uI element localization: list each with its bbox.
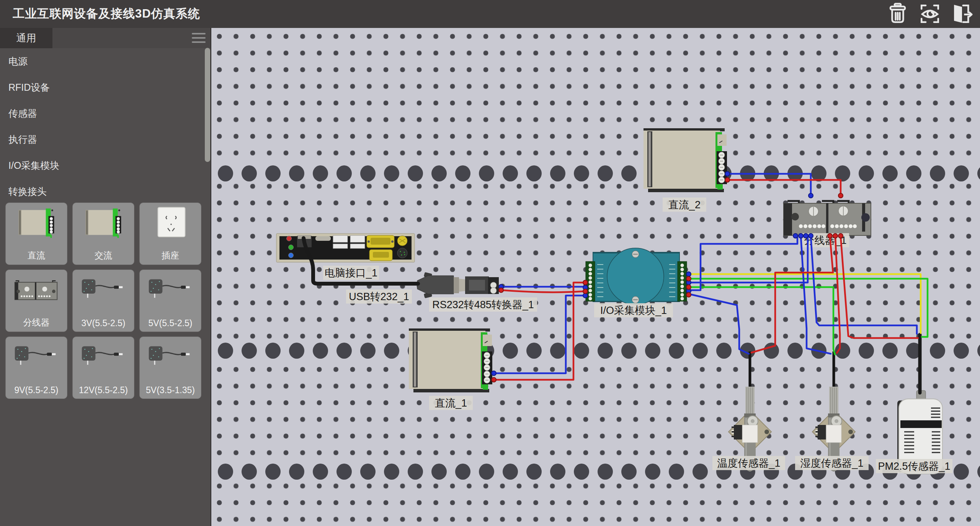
power-adapter-icon	[8, 340, 65, 380]
menu-item-actuator[interactable]: 执行器	[0, 126, 211, 152]
wall-socket-icon	[142, 206, 199, 246]
top-bar: 工业互联网设备及接线3D仿真系统	[0, 0, 980, 28]
menu-icon[interactable]	[192, 33, 206, 44]
label-dc1: 直流_1	[435, 397, 467, 409]
trash-icon	[887, 3, 909, 25]
tile-dc[interactable]: 直流	[5, 203, 67, 265]
tile-label: 12V(5.5-2.5)	[73, 385, 134, 395]
tile-9v[interactable]: 9V(5.5-2.5)	[5, 337, 67, 399]
tile-label: 5V(3.5-1.35)	[140, 385, 201, 395]
tile-12v[interactable]: 12V(5.5-2.5)	[72, 337, 134, 399]
tile-label: 插座	[140, 250, 201, 261]
menu-item-converter[interactable]: 转换接头	[0, 178, 211, 204]
dc-power-supply-icon	[8, 206, 65, 246]
simulation-canvas[interactable]: 直流_2 分线器_1 电脑接口_1 USB转232_1 RS232转485转换器…	[211, 28, 980, 526]
device-io-module-1[interactable]	[586, 248, 687, 305]
menu-item-power[interactable]: 电源	[0, 48, 211, 74]
splitter-icon	[8, 273, 65, 313]
tile-label: 3V(5.5-2.5)	[73, 318, 134, 328]
focus-view-button[interactable]	[918, 2, 942, 26]
category-menu: 电源 RFID设备 传感器 执行器 I/O采集模块 转换接头	[0, 48, 211, 204]
menu-item-sensor[interactable]: 传感器	[0, 100, 211, 126]
label-pc1: 电脑接口_1	[325, 267, 377, 279]
tile-splitter[interactable]: 分线器	[5, 270, 67, 332]
focus-view-icon	[919, 3, 941, 25]
label-temp: 温度传感器_1	[717, 457, 780, 469]
power-adapter-icon	[142, 340, 199, 380]
tile-5v-135[interactable]: 5V(3.5-1.35)	[139, 337, 201, 399]
menu-item-io-module[interactable]: I/O采集模块	[0, 152, 211, 178]
power-adapter-icon	[75, 340, 132, 380]
component-tile-grid: 直流 交流 插座 分线器 3V(5.5-2.5) 5V(5.5-2.5)	[5, 203, 201, 399]
sidebar-tab-row: 通用	[0, 28, 211, 48]
label-usb232: USB转232_1	[349, 291, 409, 302]
power-adapter-icon	[142, 273, 199, 313]
sidebar-scrollbar[interactable]	[205, 48, 210, 162]
device-dc-power-2[interactable]	[644, 128, 727, 192]
label-dc2: 直流_2	[668, 199, 701, 211]
tile-label: 交流	[73, 250, 134, 261]
label-rs485: RS232转485转换器_1	[432, 299, 534, 310]
tab-general[interactable]: 通用	[0, 28, 52, 48]
tile-socket[interactable]: 插座	[139, 203, 201, 265]
trash-button[interactable]	[886, 2, 910, 26]
label-pm25: PM2.5传感器_1	[878, 461, 950, 472]
device-pc-interface-1[interactable]	[276, 234, 415, 262]
ac-power-supply-icon	[75, 206, 132, 246]
device-dc-power-1[interactable]	[409, 328, 492, 392]
tile-label: 5V(5.5-2.5)	[140, 318, 201, 328]
exit-icon	[951, 3, 973, 25]
pegboard: 直流_2 分线器_1 电脑接口_1 USB转232_1 RS232转485转换器…	[211, 28, 980, 526]
menu-item-rfid[interactable]: RFID设备	[0, 74, 211, 100]
toolbar	[886, 2, 974, 26]
tile-label: 直流	[6, 250, 67, 261]
tile-label: 分线器	[6, 317, 67, 328]
component-sidebar: 通用 电源 RFID设备 传感器 执行器 I/O采集模块 转换接头	[0, 28, 211, 526]
tile-5v[interactable]: 5V(5.5-2.5)	[139, 270, 201, 332]
tile-ac[interactable]: 交流	[72, 203, 134, 265]
app-window: 工业互联网设备及接线3D仿真系统	[0, 0, 980, 526]
label-iomod: I/O采集模块_1	[600, 305, 667, 316]
tile-label: 9V(5.5-2.5)	[6, 385, 67, 395]
power-adapter-icon	[75, 273, 132, 313]
tile-3v[interactable]: 3V(5.5-2.5)	[72, 270, 134, 332]
label-hum: 湿度传感器_1	[800, 457, 863, 469]
device-splitter-1[interactable]	[784, 201, 871, 235]
exit-button[interactable]	[950, 2, 974, 26]
app-title: 工业互联网设备及接线3D仿真系统	[13, 6, 200, 22]
